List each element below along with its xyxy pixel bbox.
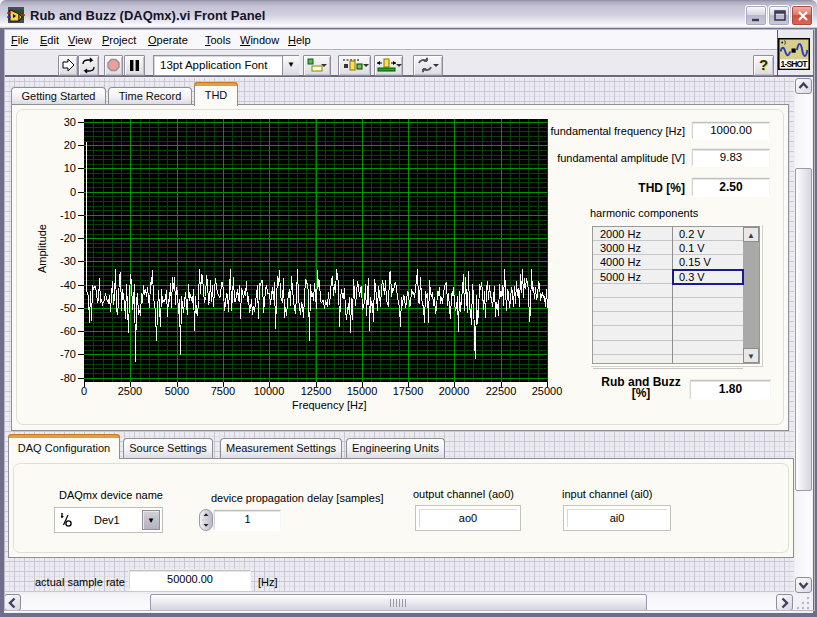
- svg-text:1-SHOT: 1-SHOT: [781, 59, 809, 69]
